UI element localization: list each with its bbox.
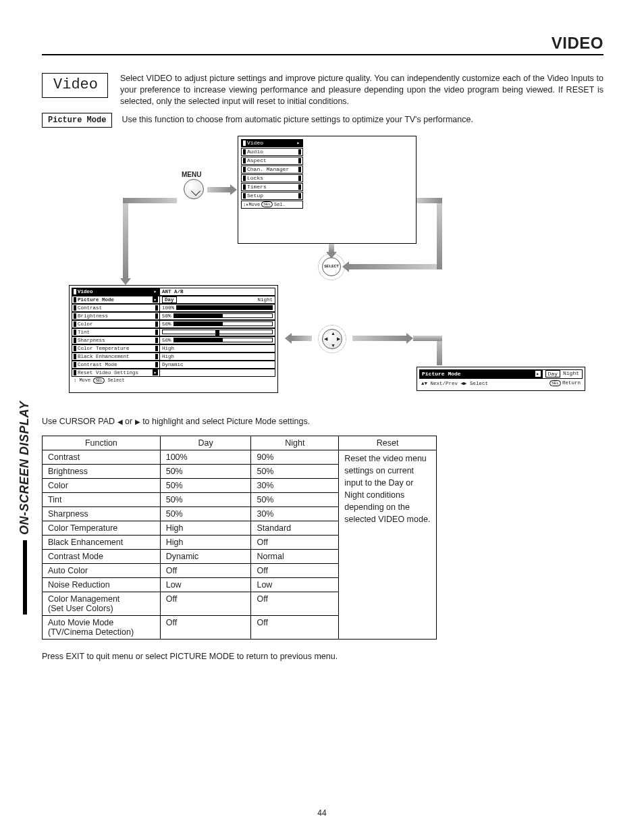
- menu-label: MENU: [182, 171, 201, 178]
- osd-setting-row: Sharpness50%: [72, 336, 275, 344]
- menu-item: Locks: [241, 174, 303, 182]
- select-dial-icon: SELECT: [322, 257, 341, 276]
- osd-video-settings: Video▸ANT A/BPicture Mode▸DayNightContra…: [69, 285, 278, 393]
- cursor-pad-note: Use CURSOR PAD ◀ or ▶ to highlight and s…: [42, 417, 603, 426]
- left-triangle-icon: ◀: [117, 418, 123, 425]
- col-day: Day: [160, 436, 251, 450]
- connector-line: [417, 198, 442, 203]
- osd-main-menu: Video▸AudioAspectChan. ManagerLocksTimer…: [238, 136, 417, 244]
- osd-header-row: Video▸ANT A/B: [72, 288, 275, 296]
- arrow-right-icon: ▸: [535, 371, 541, 377]
- video-heading-box: Video: [42, 73, 108, 98]
- connector-line: [123, 198, 177, 203]
- intro-paragraph: Select VIDEO to adjust picture settings …: [120, 73, 603, 107]
- page-number: 44: [0, 808, 644, 818]
- menu-item: Chan. Manager: [241, 165, 303, 174]
- osd-setting-row: Picture Mode▸DayNight: [72, 296, 275, 304]
- option-day: Day: [545, 370, 560, 377]
- osd-flow-diagram: MENU Video▸AudioAspectChan. ManagerLocks…: [42, 133, 589, 396]
- osd-setting-row: Tint: [72, 328, 275, 336]
- col-night: Night: [251, 436, 339, 450]
- strip-label: Picture Mode: [422, 371, 461, 377]
- connector-line: [413, 336, 442, 341]
- menu-item: Timers: [241, 183, 303, 191]
- menu-item: Setup: [241, 192, 303, 200]
- option-night: Night: [563, 370, 579, 377]
- osd-setting-row: Contrast100%: [72, 304, 275, 312]
- osd-picture-mode-strip: Picture Mode▸ Day Night ▲▼ Next/Prev ◀▶ …: [417, 367, 585, 391]
- osd-setting-row: Color50%: [72, 320, 275, 328]
- arrow-right-icon: [352, 336, 406, 341]
- arrow-right-icon: [207, 187, 230, 192]
- arrow-left-icon: [292, 336, 312, 341]
- table-row: Contrast100%90%Reset the video menu sett…: [43, 450, 437, 464]
- arrow-left-icon: [349, 264, 437, 269]
- page-title: VIDEO: [42, 34, 603, 55]
- cursor-pad-icon: ▲ ▼ ◀ ▶: [322, 329, 342, 349]
- strip-return-hint: SELReturn: [549, 380, 581, 386]
- osd-setting-row: Black EnhancementHigh: [72, 353, 275, 361]
- arrow-down-icon: [329, 244, 334, 252]
- connector-line: [437, 201, 442, 269]
- picture-mode-description: Use this function to choose from automat…: [122, 113, 473, 126]
- strip-nav-hint: ▲▼ Next/Prev ◀▶ Select: [421, 380, 488, 386]
- osd-footer: ↕ Move SEL Select: [72, 377, 275, 384]
- col-reset: Reset: [339, 436, 437, 450]
- arrow-down-icon: [123, 201, 128, 278]
- menu-item: Aspect: [241, 157, 303, 165]
- osd-setting-row: Brightness50%: [72, 312, 275, 320]
- col-function: Function: [43, 436, 161, 450]
- right-triangle-icon: ▶: [135, 418, 140, 425]
- picture-mode-settings-table: Function Day Night Reset Contrast100%90%…: [42, 436, 437, 640]
- closing-note: Press EXIT to quit menu or select PICTUR…: [42, 652, 603, 661]
- menu-footer: ↕▸MoveSELSel.: [241, 201, 303, 209]
- osd-setting-row: Contrast ModeDynamic: [72, 361, 275, 369]
- menu-item: Video▸: [241, 139, 303, 147]
- menu-item: Audio: [241, 148, 303, 156]
- picture-mode-heading-box: Picture Mode: [42, 113, 112, 128]
- osd-setting-row: Color TemperatureHigh: [72, 344, 275, 353]
- side-section-label: ON-SCREEN DISPLAY: [18, 401, 32, 615]
- menu-knob-icon: [184, 179, 204, 199]
- osd-setting-row: Reset Video Settings▸: [72, 369, 275, 377]
